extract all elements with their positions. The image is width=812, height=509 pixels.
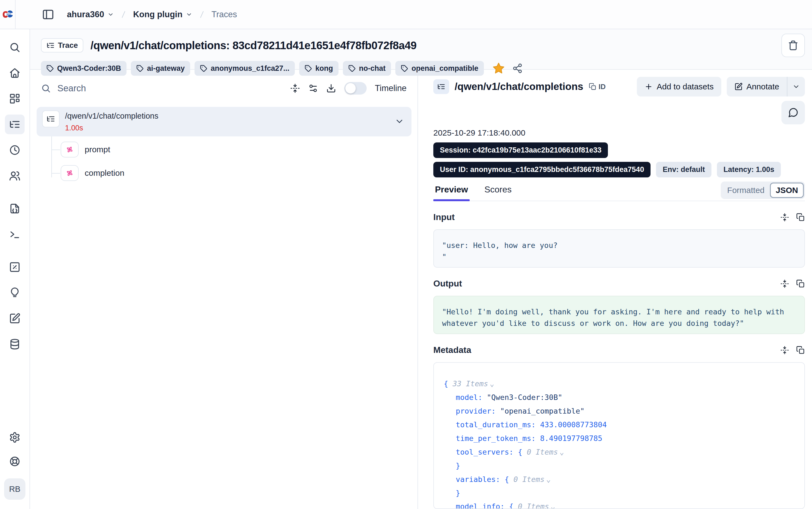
plus-icon <box>644 82 653 91</box>
trace-node-icon <box>42 110 60 127</box>
collapse-section-button[interactable] <box>780 279 789 288</box>
nav-evaluation[interactable] <box>5 257 25 277</box>
metadata-json-viewer: { 33 Items⌄model: "Qwen3-Coder:30B"provi… <box>433 362 805 509</box>
search-input[interactable] <box>58 83 282 94</box>
nav-home[interactable] <box>5 63 25 83</box>
metadata-heading: Metadata <box>433 345 780 355</box>
copy-id-button[interactable]: ID <box>589 82 606 91</box>
home-icon <box>9 67 21 79</box>
nav-prompts[interactable] <box>5 199 25 218</box>
breadcrumb-org[interactable]: ahura360 <box>67 9 114 20</box>
json-line: provider: "openai_compatible" <box>444 404 795 418</box>
add-to-datasets-button[interactable]: Add to datasets <box>637 77 721 97</box>
tree-root-row[interactable]: /qwen/v1/chat/completions 1.00s <box>37 107 411 136</box>
pen-square-icon <box>734 82 743 91</box>
json-line: total_duration_ms: 433.00008773804 <box>444 418 795 432</box>
annotate-split-button: Annotate <box>727 77 805 97</box>
metadata-section-header: Metadata <box>433 345 805 355</box>
top-bar: ahura360 Kong plugin Traces <box>0 0 812 29</box>
detail-title: /qwen/v1/chat/completions <box>455 81 583 92</box>
tree-root-duration: 1.00s <box>65 124 389 132</box>
fold-vertical-icon <box>780 279 789 288</box>
timeline-label: Timeline <box>375 83 407 93</box>
logo-icon <box>2 9 14 20</box>
list-tree-icon <box>9 118 21 130</box>
clock-icon <box>9 144 21 156</box>
tree-observation-row[interactable]: completion <box>61 164 417 182</box>
nav-dashboard[interactable] <box>5 89 25 108</box>
view-json-option[interactable]: JSON <box>770 182 804 198</box>
nav-tracing[interactable] <box>5 114 25 134</box>
chevron-down-icon <box>186 11 192 18</box>
trace-tree: /qwen/v1/chat/completions 1.00s <box>30 107 417 182</box>
input-code-block: "user: Hello, how are you? " <box>433 229 805 268</box>
collapse-node-button[interactable] <box>395 116 404 126</box>
input-section-actions <box>780 213 805 222</box>
tree-root-label: /qwen/v1/chat/completions <box>65 110 389 121</box>
list-tree-icon <box>46 41 54 49</box>
copy-icon <box>796 213 805 222</box>
nav-sessions[interactable] <box>5 140 25 160</box>
dashboard-icon <box>9 93 21 104</box>
json-line: } <box>444 486 795 500</box>
observation-tree-panel: Timeline /qwen/v1/chat/completions 1.00s <box>30 70 418 509</box>
root-texts: /qwen/v1/chat/completions 1.00s <box>65 110 389 132</box>
collapse-section-button[interactable] <box>780 346 789 354</box>
timeline-toggle[interactable] <box>344 82 367 95</box>
file-code-icon <box>9 203 21 214</box>
view-formatted-option[interactable]: Formatted <box>722 183 770 198</box>
json-line: } <box>444 459 795 473</box>
sidebar-toggle-button[interactable] <box>42 8 54 21</box>
chevron-down-icon <box>792 83 800 91</box>
list-tree-icon <box>46 114 55 123</box>
tree-settings-button[interactable] <box>308 83 318 93</box>
copy-button[interactable] <box>796 213 805 222</box>
slash-separator <box>119 9 127 20</box>
observation-pinwheel-icon <box>61 165 79 181</box>
annotate-label: Annotate <box>746 82 779 91</box>
nav-users[interactable] <box>5 166 25 185</box>
square-percent-icon <box>9 261 21 273</box>
breadcrumb-traces[interactable]: Traces <box>212 9 237 20</box>
chevron-down-icon <box>395 116 404 126</box>
chevron-down-icon <box>107 11 114 18</box>
nav-support[interactable] <box>5 451 25 471</box>
copy-button[interactable] <box>796 346 805 354</box>
copy-button[interactable] <box>796 279 805 288</box>
user-avatar[interactable]: RB <box>4 478 26 500</box>
nav-insights[interactable] <box>5 283 25 303</box>
app-logo[interactable] <box>0 0 15 29</box>
trace-badge-icon <box>433 79 449 94</box>
clipboard-pen-icon <box>9 313 21 324</box>
json-line[interactable]: variables: { 0 Items⌄ <box>444 473 795 486</box>
json-line[interactable]: tool_servers: { 0 Items⌄ <box>444 445 795 459</box>
breadcrumb-project[interactable]: Kong plugin <box>133 9 192 20</box>
nav-playground[interactable] <box>5 225 25 244</box>
json-line[interactable]: model_info: { 0 Items⌄ <box>444 500 795 509</box>
annotate-button[interactable]: Annotate <box>727 77 787 97</box>
delete-trace-button[interactable] <box>781 34 805 57</box>
nav-settings[interactable] <box>5 428 25 447</box>
download-button[interactable] <box>326 83 336 93</box>
session-badge[interactable]: Session: c42fca19b75e13aac2b2106610f81e3… <box>433 142 608 158</box>
fold-vertical-icon <box>780 346 789 354</box>
json-line[interactable]: { 33 Items⌄ <box>444 377 795 391</box>
collapse-section-button[interactable] <box>780 213 789 222</box>
badges-block: Session: c42fca19b75e13aac2b2106610f81e3… <box>433 142 805 177</box>
nav-annotation[interactable] <box>5 309 25 328</box>
input-section-header: Input <box>433 212 805 222</box>
tab-scores[interactable]: Scores <box>483 184 513 201</box>
id-label: ID <box>599 82 606 91</box>
collapse-all-button[interactable] <box>290 83 300 93</box>
breadcrumb: ahura360 Kong plugin Traces <box>67 9 237 20</box>
comments-button[interactable] <box>781 101 805 124</box>
user-id-badge[interactable]: User ID: anonymous_c1fca2795bbedc5f36678… <box>433 162 651 177</box>
annotate-dropdown-button[interactable] <box>787 77 805 97</box>
nav-search[interactable] <box>5 37 25 57</box>
app-shell: RB Trace /qwen/v1/chat/completions: 83cd… <box>0 29 812 509</box>
input-code: "user: Hello, how are you? " <box>442 240 796 263</box>
tree-observation-row[interactable]: prompt <box>61 141 417 158</box>
observation-pinwheel-icon <box>61 142 79 158</box>
nav-datasets[interactable] <box>5 334 25 354</box>
tab-preview[interactable]: Preview <box>433 184 470 201</box>
